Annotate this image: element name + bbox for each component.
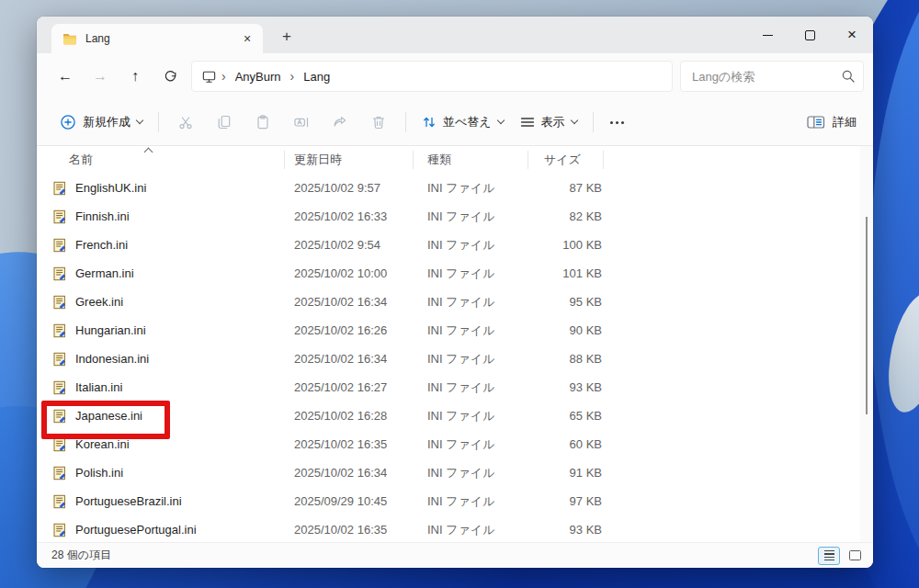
file-size: 87 KB — [528, 181, 604, 195]
file-row[interactable]: Italian.ini 2025/10/02 16:27 INI ファイル 93… — [37, 373, 873, 401]
file-size: 60 KB — [528, 437, 604, 451]
window-controls: × — [746, 17, 873, 53]
paste-icon — [255, 114, 271, 130]
scrollbar[interactable] — [860, 146, 873, 542]
file-modified: 2025/10/02 16:34 — [285, 295, 414, 309]
forward-button[interactable]: → — [83, 61, 118, 92]
details-pane-button[interactable]: 詳細 — [801, 106, 862, 139]
file-modified: 2025/10/02 16:35 — [285, 437, 414, 451]
search-input[interactable] — [681, 62, 863, 91]
toolbar-divider — [593, 112, 594, 132]
file-size: 101 KB — [528, 266, 604, 280]
column-header-size[interactable]: サイズ — [528, 151, 604, 169]
breadcrumb-item-lang[interactable]: Lang — [299, 70, 335, 84]
file-type: INI ファイル — [414, 180, 528, 197]
file-name: German.ini — [75, 266, 134, 280]
file-row[interactable]: Hungarian.ini 2025/10/02 16:26 INI ファイル … — [37, 316, 873, 345]
file-modified: 2025/09/29 10:45 — [285, 494, 414, 508]
navigation-bar: ← → ↑ › AnyBurn › Lang — [37, 53, 873, 99]
details-pane-icon — [807, 115, 825, 130]
cut-button[interactable] — [166, 106, 205, 139]
plus-circle-icon — [60, 114, 76, 130]
file-name: Finnish.ini — [75, 209, 130, 223]
status-bar: 28 個の項目 — [37, 542, 873, 568]
ini-file-icon — [52, 266, 67, 281]
file-row[interactable]: Indonesian.ini 2025/10/02 16:34 INI ファイル… — [37, 345, 873, 373]
tab-title: Lang — [85, 32, 237, 45]
column-header-type[interactable]: 種類 — [414, 151, 528, 169]
file-row[interactable]: PortugueseBrazil.ini 2025/09/29 10:45 IN… — [37, 487, 873, 515]
scrollbar-thumb[interactable] — [866, 217, 868, 414]
file-row[interactable]: Polish.ini 2025/10/02 16:34 INI ファイル 91 … — [37, 458, 873, 487]
file-name: Japanese.ini — [75, 409, 142, 423]
more-options-button[interactable] — [601, 121, 633, 124]
ini-file-icon — [52, 523, 67, 537]
ini-file-icon — [52, 466, 67, 481]
details-view-button[interactable] — [818, 547, 840, 565]
file-modified: 2025/10/02 9:57 — [285, 181, 414, 195]
tab-close-icon[interactable]: × — [237, 28, 257, 49]
toolbar: 新規作成 — [37, 99, 873, 146]
file-name: Korean.ini — [75, 437, 130, 451]
share-button[interactable] — [321, 106, 359, 139]
file-explorer-window: Lang × + × ← → ↑ › AnyBurn › L — [37, 17, 873, 568]
view-button[interactable]: 表示 — [512, 106, 585, 139]
rename-button[interactable] — [282, 106, 321, 139]
file-modified: 2025/10/02 16:33 — [285, 209, 414, 223]
address-bar[interactable]: › AnyBurn › Lang — [191, 61, 673, 92]
file-row[interactable]: PortuguesePortugal.ini 2025/10/02 16:35 … — [37, 515, 873, 542]
copy-button[interactable] — [205, 106, 244, 139]
file-name: Indonesian.ini — [75, 352, 149, 366]
breadcrumb-item-anyburn[interactable]: AnyBurn — [231, 70, 286, 84]
paste-button[interactable] — [244, 106, 282, 139]
file-modified: 2025/10/02 16:35 — [285, 523, 414, 537]
file-type: INI ファイル — [414, 408, 528, 424]
ini-file-icon — [52, 209, 67, 224]
file-modified: 2025/10/02 16:34 — [285, 352, 414, 366]
rename-icon — [293, 114, 310, 130]
ini-file-icon — [52, 437, 67, 452]
sort-button-label: 並べ替え — [443, 114, 492, 130]
file-row[interactable]: Finnish.ini 2025/10/02 16:33 INI ファイル 82… — [37, 202, 873, 231]
tab-bar: Lang × + × — [37, 17, 873, 53]
column-header-name[interactable]: 名前 — [37, 151, 285, 169]
item-count-label: 28 個の項目 — [51, 548, 111, 563]
refresh-button[interactable] — [153, 61, 187, 92]
file-modified: 2025/10/02 16:28 — [285, 409, 414, 423]
minimize-button[interactable] — [746, 17, 789, 53]
large-icons-view-icon — [849, 550, 861, 560]
file-name: EnglishUK.ini — [75, 181, 146, 195]
toolbar-divider — [158, 112, 159, 132]
file-name: French.ini — [75, 238, 128, 252]
ini-file-icon — [52, 380, 67, 395]
file-type: INI ファイル — [414, 209, 528, 225]
file-type: INI ファイル — [414, 294, 528, 311]
file-type: INI ファイル — [414, 351, 528, 368]
file-row[interactable]: Greek.ini 2025/10/02 16:34 INI ファイル 95 K… — [37, 288, 873, 316]
delete-button[interactable] — [359, 106, 398, 139]
back-button[interactable]: ← — [48, 61, 83, 92]
file-row[interactable]: EnglishUK.ini 2025/10/02 9:57 INI ファイル 8… — [37, 174, 873, 202]
ini-file-icon — [52, 323, 67, 338]
new-tab-button[interactable]: + — [276, 28, 298, 46]
sort-button[interactable]: 並べ替え — [414, 106, 512, 139]
refresh-icon — [163, 69, 178, 85]
file-row[interactable]: French.ini 2025/10/02 9:54 INI ファイル 100 … — [37, 231, 873, 259]
maximize-button[interactable] — [789, 17, 831, 53]
file-size: 93 KB — [528, 380, 604, 394]
file-size: 82 KB — [528, 209, 604, 223]
share-icon — [332, 114, 348, 130]
file-row[interactable]: Korean.ini 2025/10/02 16:35 INI ファイル 60 … — [37, 430, 873, 458]
column-header-modified[interactable]: 更新日時 — [285, 151, 414, 169]
tab-lang[interactable]: Lang × — [51, 24, 263, 53]
new-button[interactable]: 新規作成 — [51, 106, 151, 139]
file-type: INI ファイル — [414, 322, 528, 339]
file-row[interactable]: German.ini 2025/10/02 10:00 INI ファイル 101… — [37, 259, 873, 288]
close-button[interactable]: × — [831, 17, 873, 53]
file-row[interactable]: Japanese.ini 2025/10/02 16:28 INI ファイル 6… — [37, 401, 873, 430]
large-icons-view-button[interactable] — [844, 547, 866, 565]
chevron-down-icon — [136, 117, 143, 124]
file-modified: 2025/10/02 16:27 — [285, 380, 414, 394]
breadcrumb-separator: › — [286, 69, 300, 84]
up-button[interactable]: ↑ — [118, 61, 153, 92]
